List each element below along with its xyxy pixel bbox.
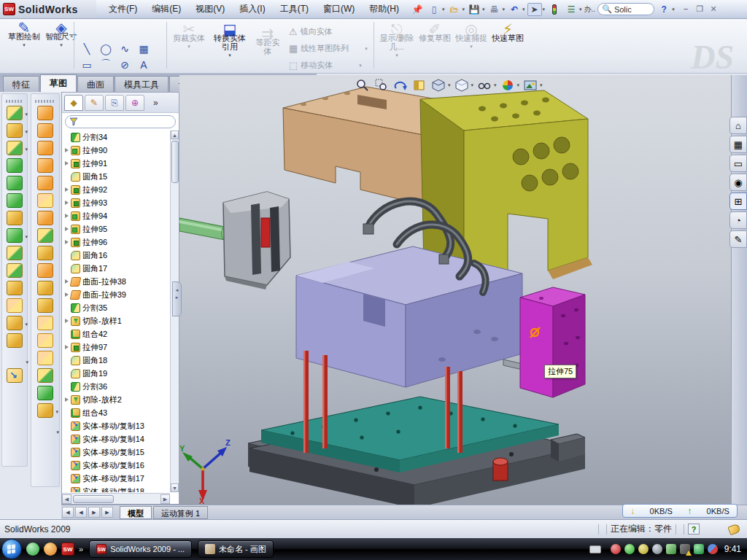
propertymanager-tab[interactable]: ✎ bbox=[85, 95, 104, 111]
toolbar-icon[interactable]: ▾ bbox=[7, 351, 23, 365]
feature-tree-item[interactable]: 拉伸94 bbox=[62, 209, 170, 222]
display-style-icon[interactable] bbox=[430, 78, 446, 93]
feature-tree-item[interactable]: 拉伸93 bbox=[62, 196, 170, 209]
toolbar-icon[interactable] bbox=[37, 228, 53, 243]
expand-arrow-icon[interactable] bbox=[63, 357, 70, 364]
toolbar-icon[interactable] bbox=[37, 141, 53, 155]
toolbar-icon[interactable] bbox=[37, 176, 53, 190]
commandmanager-tab[interactable]: 草图 bbox=[40, 74, 77, 92]
sketch-entity-icon[interactable]: A bbox=[134, 57, 153, 73]
toolbar-icon[interactable] bbox=[7, 263, 23, 278]
quicklaunch-solidworks-icon[interactable]: SW bbox=[61, 542, 74, 556]
scroll-right-icon[interactable]: ▶ bbox=[160, 494, 170, 504]
task-pane-tab-icon[interactable]: ✎ bbox=[729, 230, 747, 248]
feature-tree-item[interactable]: 拉伸95 bbox=[62, 222, 170, 236]
task-pane-tab-icon[interactable]: ▦ bbox=[729, 136, 747, 153]
commandmanager-tab[interactable]: 特征 bbox=[3, 76, 39, 92]
expand-arrow-icon[interactable] bbox=[63, 160, 70, 167]
feature-tree-item[interactable]: 拉伸96 bbox=[62, 236, 170, 249]
expand-arrow-icon[interactable] bbox=[63, 475, 70, 482]
taskbar-button-paint[interactable]: 未命名 - 画图 bbox=[198, 540, 274, 558]
menu-item[interactable]: 帮助(H) bbox=[363, 1, 406, 18]
sketch-entity-icon[interactable]: ⌒ bbox=[96, 57, 115, 73]
select-arrow-icon[interactable]: ➤ bbox=[527, 3, 542, 16]
feature-tree-item[interactable]: 拉伸90 bbox=[62, 144, 170, 157]
manager-tabs-more[interactable]: » bbox=[153, 98, 158, 108]
toolbar-icon[interactable] bbox=[7, 333, 23, 348]
feature-tree-item[interactable]: 曲面-拉伸39 bbox=[62, 288, 170, 301]
open-dropdown[interactable]: ▾ bbox=[462, 7, 465, 12]
apply-scene-icon[interactable] bbox=[522, 78, 538, 93]
feature-tree-item[interactable]: 分割35 bbox=[62, 301, 170, 314]
toolbar-icon[interactable] bbox=[7, 158, 23, 173]
feature-tree-item[interactable]: 切除-放样2 bbox=[62, 393, 170, 406]
toolbar-icon[interactable] bbox=[7, 281, 23, 295]
feature-tree-item[interactable]: 实体-移动/复制17 bbox=[62, 472, 170, 485]
expand-arrow-icon[interactable] bbox=[63, 397, 70, 403]
task-pane-tab-icon[interactable]: ⊞ bbox=[729, 192, 747, 210]
offset-entities-button[interactable]: ⇉ 等距实体 bbox=[252, 29, 283, 55]
expand-arrow-icon[interactable] bbox=[63, 462, 70, 469]
linear-sketch-pattern-button[interactable]: ▦ 线性草图阵列 ▾ bbox=[289, 43, 368, 54]
close-icon[interactable]: ✕ bbox=[708, 4, 719, 15]
undo-dropdown[interactable]: ▾ bbox=[522, 7, 525, 12]
sketch-entity-icon[interactable]: ∿ bbox=[115, 41, 134, 57]
scroll-thumb[interactable] bbox=[171, 141, 179, 183]
feature-tree-item[interactable]: 拉伸91 bbox=[62, 157, 170, 170]
feature-tree-item[interactable]: 切除-放样1 bbox=[62, 314, 170, 327]
repair-sketch-button[interactable]: ✐ 修复草图 bbox=[419, 25, 451, 42]
quicklaunch-messenger-icon[interactable] bbox=[26, 542, 39, 556]
toolbar-icon[interactable] bbox=[37, 333, 53, 348]
commandmanager-tab[interactable]: 模具工具 bbox=[115, 76, 169, 92]
expand-arrow-icon[interactable] bbox=[63, 292, 70, 298]
search-box[interactable]: 🔍 Solic bbox=[597, 3, 654, 15]
feature-tree-item[interactable]: 圆角19 bbox=[62, 367, 170, 380]
zoom-area-icon[interactable] bbox=[374, 78, 390, 93]
graphics-viewport[interactable]: Y Z X ▾ ▾ ▾ ▾ ▾ 拉伸75 bbox=[179, 75, 731, 505]
pin-icon[interactable]: 📌 bbox=[410, 3, 425, 16]
featuremanager-tab[interactable]: ◆ bbox=[64, 95, 83, 111]
feature-tree-item[interactable]: 圆角15 bbox=[62, 170, 170, 183]
toolbar-icon[interactable] bbox=[37, 263, 53, 278]
expand-arrow-icon[interactable] bbox=[63, 370, 70, 377]
tray-badge-icon[interactable] bbox=[638, 544, 649, 554]
mirror-entities-button[interactable]: ⚠ 镜向实体 bbox=[289, 26, 333, 37]
expand-arrow-icon[interactable] bbox=[63, 410, 70, 416]
task-pane-tab-icon[interactable]: ▭ bbox=[729, 155, 747, 172]
expand-arrow-icon[interactable] bbox=[63, 423, 70, 429]
save-dropdown[interactable]: ▾ bbox=[482, 7, 485, 12]
options-icon[interactable]: ☰ bbox=[564, 3, 578, 16]
expand-arrow-icon[interactable] bbox=[63, 213, 70, 219]
section-view-icon[interactable] bbox=[411, 78, 427, 93]
expand-arrow-icon[interactable] bbox=[63, 200, 70, 206]
input-language-icon[interactable] bbox=[589, 545, 601, 553]
expand-arrow-icon[interactable] bbox=[63, 449, 70, 456]
quick-snaps-button[interactable]: ◎ 快速捕捉▾ bbox=[455, 25, 487, 51]
overflow-label[interactable]: 办.. bbox=[584, 4, 596, 15]
toolbar-icon[interactable] bbox=[7, 193, 23, 208]
tag-icon[interactable] bbox=[727, 523, 740, 534]
print-dropdown[interactable]: ▾ bbox=[503, 7, 506, 12]
feature-tree-item[interactable]: 组合42 bbox=[62, 327, 170, 341]
scroll-up-icon[interactable]: ▲ bbox=[171, 131, 179, 139]
expand-arrow-icon[interactable] bbox=[63, 318, 70, 324]
toolbar-icon[interactable] bbox=[37, 106, 53, 120]
expand-arrow-icon[interactable] bbox=[63, 174, 70, 180]
sketch-entity-icon[interactable]: ▦ bbox=[134, 41, 153, 57]
tree-horizontal-scrollbar[interactable]: ◀ ▶ bbox=[62, 493, 170, 504]
sketch-entity-icon[interactable]: ⊘ bbox=[115, 57, 134, 73]
scroll-thumb[interactable] bbox=[73, 495, 114, 503]
open-icon[interactable]: 🗁 bbox=[447, 3, 462, 16]
feature-tree-item[interactable]: 拉伸97 bbox=[62, 341, 170, 354]
toolbar-icon[interactable] bbox=[7, 368, 23, 383]
feature-tree-item[interactable]: 实体-移动/复制14 bbox=[62, 432, 170, 446]
feature-tree-item[interactable]: 实体-移动/复制18 bbox=[62, 485, 170, 492]
convert-entities-button[interactable]: ⬓ 转换实体引用▾ bbox=[210, 25, 249, 60]
feature-tree-item[interactable]: 圆角18 bbox=[62, 354, 170, 367]
tray-sync-icon[interactable] bbox=[708, 544, 718, 554]
select-dropdown[interactable]: ▾ bbox=[543, 7, 546, 12]
toolbar-grip[interactable] bbox=[6, 100, 23, 103]
task-pane-tab-icon[interactable]: ⌂ bbox=[729, 117, 747, 134]
tab-nav-icon[interactable]: ◀ bbox=[75, 507, 87, 518]
model-tab[interactable]: 模型 bbox=[120, 506, 152, 519]
